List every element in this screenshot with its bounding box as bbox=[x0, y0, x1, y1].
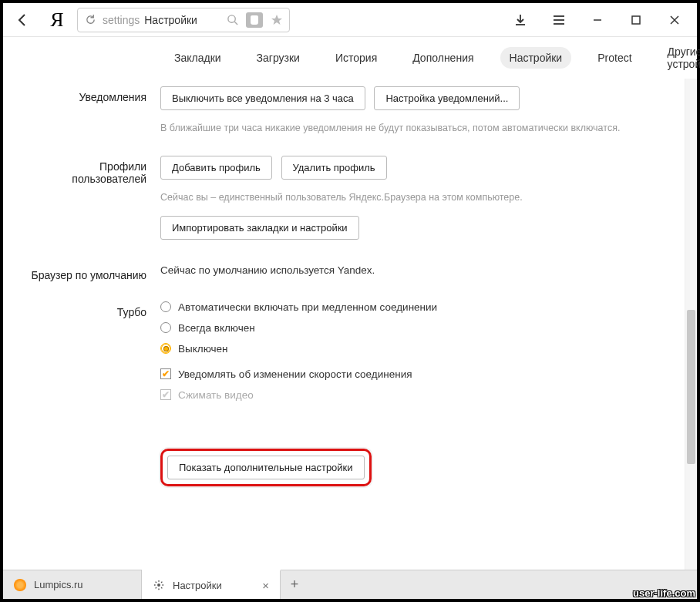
browser-toolbar: Я settings Настройки bbox=[3, 3, 697, 37]
svg-rect-7 bbox=[632, 16, 640, 24]
protect-shield-icon[interactable] bbox=[246, 12, 263, 28]
radio-label: Всегда включен bbox=[178, 322, 255, 334]
turbo-off-radio[interactable]: Выключен bbox=[160, 343, 661, 355]
add-profile-button[interactable]: Добавить профиль bbox=[160, 156, 272, 180]
svg-line-1 bbox=[234, 22, 237, 25]
favicon-icon bbox=[14, 579, 26, 591]
turbo-notify-checkbox[interactable]: Уведомлять об изменении скорости соедине… bbox=[160, 368, 661, 380]
settings-nav: Закладки Загрузки История Дополнения Нас… bbox=[3, 37, 697, 79]
close-button[interactable] bbox=[658, 6, 691, 34]
turbo-compress-checkbox: Сжимать видео bbox=[160, 389, 661, 401]
settings-content: Уведомления Выключить все уведомления на… bbox=[3, 79, 685, 570]
turbo-always-radio[interactable]: Всегда включен bbox=[160, 322, 661, 334]
tab-close-icon[interactable]: × bbox=[262, 579, 269, 592]
tab-addons[interactable]: Дополнения bbox=[403, 47, 483, 69]
browser-tab[interactable]: Lumpics.ru bbox=[3, 570, 142, 599]
downloads-icon[interactable] bbox=[504, 6, 537, 34]
scrollbar[interactable] bbox=[685, 79, 697, 570]
browser-tab[interactable]: Настройки × bbox=[142, 570, 281, 599]
section-turbo: Турбо Автоматически включать при медленн… bbox=[29, 301, 661, 410]
show-advanced-button[interactable]: Показать дополнительные настройки bbox=[167, 456, 365, 479]
notifications-hint: В ближайшие три часа никакие уведомления… bbox=[160, 121, 661, 136]
reload-icon[interactable] bbox=[82, 14, 98, 25]
svg-point-0 bbox=[227, 15, 234, 22]
tab-label: Lumpics.ru bbox=[34, 579, 83, 590]
tab-label: Настройки bbox=[173, 580, 222, 591]
address-prefix: settings bbox=[103, 14, 140, 26]
tab-downloads[interactable]: Загрузки bbox=[247, 47, 309, 69]
address-title: Настройки bbox=[144, 14, 197, 26]
yandex-logo-icon[interactable]: Я bbox=[43, 6, 71, 34]
mute-notifications-button[interactable]: Выключить все уведомления на 3 часа bbox=[160, 86, 365, 110]
menu-icon[interactable] bbox=[543, 6, 575, 34]
profiles-hint: Сейчас вы – единственный пользователь Ян… bbox=[160, 190, 661, 205]
svg-point-10 bbox=[157, 584, 160, 587]
tab-settings[interactable]: Настройки bbox=[500, 47, 572, 69]
turbo-auto-radio[interactable]: Автоматически включать при медленном сое… bbox=[160, 301, 661, 313]
notification-settings-button[interactable]: Настройка уведомлений... bbox=[374, 86, 520, 110]
tab-protect[interactable]: Protect bbox=[588, 47, 641, 69]
section-default-browser: Браузер по умолчанию Сейчас по умолчанию… bbox=[29, 264, 661, 281]
back-button[interactable] bbox=[9, 6, 37, 34]
radio-label: Автоматически включать при медленном сое… bbox=[178, 301, 437, 313]
section-label: Уведомления bbox=[29, 86, 160, 136]
highlight-outline: Показать дополнительные настройки bbox=[160, 449, 372, 486]
section-label: Турбо bbox=[29, 301, 160, 410]
tab-other-devices[interactable]: Другие устройства bbox=[658, 41, 700, 75]
checkbox-label: Сжимать видео bbox=[178, 389, 254, 401]
address-bar[interactable]: settings Настройки bbox=[77, 8, 290, 32]
maximize-button[interactable] bbox=[620, 6, 652, 34]
checkbox-label: Уведомлять об изменении скорости соедине… bbox=[178, 368, 412, 380]
section-label: Браузер по умолчанию bbox=[29, 264, 160, 281]
tab-history[interactable]: История bbox=[326, 47, 386, 69]
section-notifications: Уведомления Выключить все уведомления на… bbox=[29, 86, 661, 136]
browser-tabbar: Lumpics.ru Настройки × + bbox=[3, 570, 697, 599]
search-icon[interactable] bbox=[224, 12, 240, 28]
watermark: user-life.com bbox=[633, 587, 695, 599]
section-label: Профили пользователей bbox=[29, 156, 160, 244]
section-advanced: Показать дополнительные настройки bbox=[29, 430, 661, 486]
minimize-button[interactable] bbox=[581, 6, 614, 34]
section-profiles: Профили пользователей Добавить профиль У… bbox=[29, 156, 661, 244]
radio-label: Выключен bbox=[178, 343, 227, 355]
scrollbar-thumb[interactable] bbox=[687, 310, 695, 464]
default-browser-text: Сейчас по умолчанию используется Yandex. bbox=[160, 264, 661, 276]
import-button[interactable]: Импортировать закладки и настройки bbox=[160, 216, 359, 240]
gear-icon bbox=[153, 579, 165, 591]
tab-bookmarks[interactable]: Закладки bbox=[165, 47, 231, 69]
delete-profile-button[interactable]: Удалить профиль bbox=[281, 156, 387, 180]
new-tab-button[interactable]: + bbox=[281, 570, 308, 599]
bookmark-star-icon[interactable] bbox=[269, 12, 284, 28]
